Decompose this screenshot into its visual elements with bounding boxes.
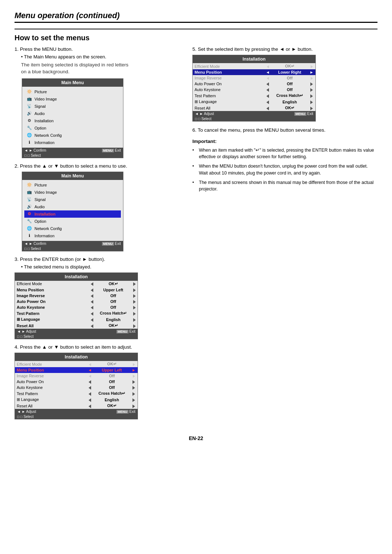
main-menu-body-2: 🔆 Picture 📺 Video Image 📡 Signal 🔊 Audio [22,180,123,241]
menu2-item-picture: 🔆 Picture [24,181,121,189]
menu-item-signal: 📡 Signal [24,103,121,110]
main-menu-box-2: Main Menu 🔆 Picture 📺 Video Image 📡 Sign… [22,172,123,251]
audio-icon-2: 🔊 [26,204,33,210]
inst2-row-test: Test Pattern Cross Hatch↵ [15,390,138,397]
menu2-footer-exit: MENU Exit [102,242,121,246]
main-menu-footer2-1: □ □ Select [22,153,123,158]
step4-text: 4. Press the ▲ or ▼ button to select an … [15,344,181,350]
left-column: 1. Press the MENU button. The Main Menu … [15,46,181,424]
important-item-2: When the MENU button doesn't function, u… [192,163,377,176]
inst-box-1: Installation Efficient Mode OK↵ Menu Pos… [15,272,138,339]
picture-icon-2: 🔆 [26,182,33,188]
inst-row-autopwr: Auto Power On Off [15,299,138,304]
step-3: 3. Press the ENTER button (or ► button).… [15,257,181,339]
step2-text: 2. Press the ▲ or ▼ button to select a m… [15,163,181,169]
inst-title-1: Installation [15,273,138,281]
inst3-row-reset: Reset All OK↵ [193,105,315,111]
menu2-item-network: 🌐 Network Config [24,225,121,232]
main-menu-title-1: Main Menu [22,79,123,87]
main-menu-title-2: Main Menu [22,172,123,180]
page-number: EN-22 [15,435,377,441]
inst-footer-adjust: ◄ ► Adjust [17,329,36,333]
step1-note: The item being selected is displayed in … [15,62,181,75]
signal-icon-2: 📡 [26,197,33,202]
menu-footer-exit: MENU Exit [102,148,121,152]
step5-text: 5. Set the selected item by pressing the… [192,46,377,52]
step6-text: 6. To cancel the menu, press the MENU bu… [192,127,377,133]
signal-icon: 📡 [26,103,33,109]
option-icon-2: 🔧 [26,218,33,224]
inst-row-reverse: Image Reverse Off [15,293,138,299]
inst-row-keystone: Auto Keystone Off [15,304,138,310]
audio-icon: 🔊 [26,111,33,116]
step-2: 2. Press the ▲ or ▼ button to select a m… [15,163,181,251]
menu2-item-signal: 📡 Signal [24,196,121,203]
menu2-footer-confirm: ◄ ► Confirm [24,242,46,246]
menu-item-video: 📺 Video Image [24,95,121,103]
inst2-row-reset: Reset All OK↵ [15,403,138,409]
menu-item-installation: ⚙ Installation [24,117,121,124]
inst-footer2-1: □ □ Select [15,334,138,339]
option-icon: 🔧 [26,125,33,131]
main-menu-body-1: 🔆 Picture 📺 Video Image 📡 Signal 🔊 Audio [22,87,123,148]
inst3-row-autopwr: Auto Power On Off [193,81,315,87]
inst-table-2: Efficient Mode OK↵ Menu Position ◄ Upper… [15,361,138,409]
section-title: How to set the menus [15,34,377,42]
inst-table-1: Efficient Mode OK↵ Menu Position Upper L… [15,281,138,329]
inst3-row-reverse: Image Reverse Off [193,75,315,81]
inst2-row-autopwr: Auto Power On Off [15,379,138,385]
inst-row-position: Menu Position Upper Left [15,287,138,293]
inst2-row-position-selected: Menu Position ◄ Upper Left ► [15,367,138,373]
main-menu-footer2-2: □ □ Select [22,246,123,251]
inst3-row-lang: ⊞ Language English [193,99,315,105]
important-item-3: The menus and screens shown in this manu… [192,179,377,192]
menu2-item-option: 🔧 Option [24,218,121,225]
step1-bullet: The Main Menu appears on the screen. [21,54,181,59]
video-icon-2: 📺 [26,189,33,195]
main-menu-footer-2: ◄ ► Confirm MENU Exit [22,241,123,246]
inst-row-reset: Reset All OK↵ [15,323,138,329]
inst3-row-position-lower-right: Menu Position ◄ Lower Right ► [193,69,315,75]
step3-bullet: The selected menu is displayed. [21,264,181,270]
inst-row-lang: ⊞ Language English [15,316,138,323]
inst-footer-2: ◄ ► Adjust MENU Exit [15,409,138,414]
inst-footer2-2: □ □ Select [15,414,138,419]
inst3-footer-exit: MENU Exit [294,112,313,116]
main-menu-footer-1: ◄ ► Confirm MENU Exit [22,148,123,153]
info-icon-2: ℹ [26,233,33,239]
inst2-footer-exit: MENU Exit [117,410,135,414]
inst2-row-reverse: Image Reverse Off [15,373,138,379]
step-1: 1. Press the MENU button. The Main Menu … [15,46,181,158]
step1-text: 1. Press the MENU button. [15,46,181,52]
menu2-item-installation-selected: ⚙ Installation [24,210,121,218]
inst-title-3: Installation [193,55,315,63]
step-4: 4. Press the ▲ or ▼ button to select an … [15,344,181,419]
inst-row-efficient: Efficient Mode OK↵ [15,281,138,287]
menu2-item-video: 📺 Video Image [24,189,121,196]
important-section: Important: When an item marked with "↵" … [192,139,377,192]
step-5: 5. Set the selected item by pressing the… [192,46,377,122]
important-item-1: When an item marked with "↵" is selected… [192,147,377,160]
inst-footer2-3: □ □ Select [193,116,315,121]
network-icon-2: 🌐 [26,226,33,231]
inst2-row-keystone: Auto Keystone Off [15,385,138,390]
menu-item-network: 🌐 Network Config [24,132,121,139]
inst-footer-3: ◄ ► Adjust MENU Exit [193,111,315,116]
inst-row-test: Test Pattern Cross Hatch↵ [15,310,138,316]
menu2-item-audio: 🔊 Audio [24,203,121,210]
inst3-row-test: Test Pattern Cross Hatch↵ [193,93,315,99]
inst2-footer-adjust: ◄ ► Adjust [17,410,36,414]
inst3-row-efficient: Efficient Mode OK↵ [193,63,315,69]
menu-item-picture: 🔆 Picture [24,88,121,95]
inst-footer-exit: MENU Exit [117,329,135,333]
menu-item-info: ℹ Information [24,139,121,146]
video-icon: 📺 [26,96,33,102]
important-title: Important: [192,139,377,144]
inst-table-3: Efficient Mode OK↵ Menu Position ◄ Lower… [193,63,315,111]
menu-item-audio: 🔊 Audio [24,110,121,117]
inst-box-2: Installation Efficient Mode OK↵ Menu Pos… [15,353,138,419]
step-6: 6. To cancel the menu, press the MENU bu… [192,127,377,133]
picture-icon: 🔆 [26,89,33,95]
inst2-row-efficient: Efficient Mode OK↵ [15,361,138,367]
page-header: Menu operation (continued) [15,11,377,23]
